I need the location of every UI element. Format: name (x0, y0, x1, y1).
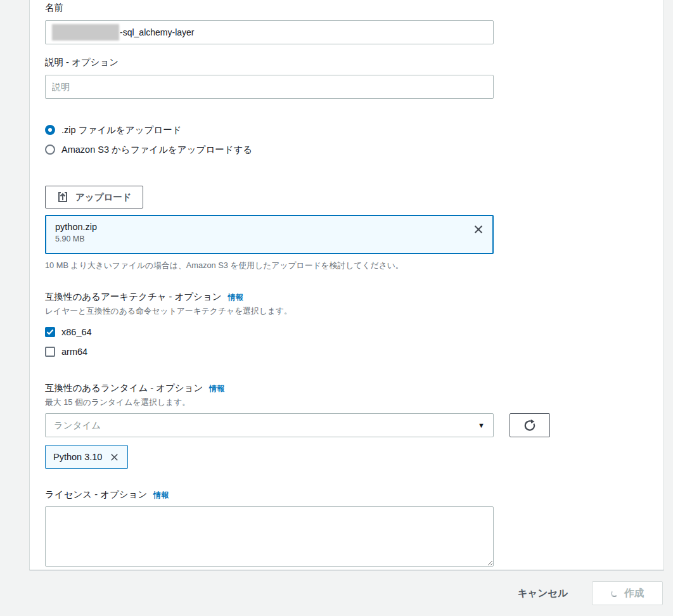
radio-option-s3-upload[interactable]: Amazon S3 からファイルをアップロードする (45, 142, 663, 157)
name-value: -sql_alchemy-layer (120, 27, 194, 37)
file-name: python.zip (55, 222, 484, 232)
radio-unselected-icon[interactable] (45, 144, 55, 155)
architectures-info-link[interactable]: 情報 (228, 292, 243, 303)
checkbox-unchecked-icon[interactable] (45, 347, 55, 357)
runtime-token-label: Python 3.10 (53, 452, 102, 462)
checkbox-option-arm64[interactable]: arm64 (45, 344, 663, 359)
runtime-select-placeholder: ランタイム (54, 420, 101, 432)
description-label: 説明 - オプション (45, 56, 663, 68)
architectures-section: 互換性のあるアーキテクチャ - オプション 情報 レイヤーと互換性のある命令セッ… (45, 291, 663, 359)
redacted-name-prefix (52, 24, 119, 41)
chevron-down-icon: ▼ (478, 421, 485, 429)
runtimes-info-link[interactable]: 情報 (209, 383, 224, 394)
checkbox-checked-icon[interactable] (45, 327, 55, 337)
license-info-link[interactable]: 情報 (153, 490, 169, 501)
name-input[interactable]: -sql_alchemy-layer (45, 20, 494, 44)
form-actions-footer: キャンセル 作成 (0, 570, 673, 616)
upload-source-radio-group: .zip ファイルをアップロード Amazon S3 からファイルをアップロード… (45, 122, 663, 157)
architectures-label: 互換性のあるアーキテクチャ - オプション (45, 291, 222, 303)
checkbox-option-label: arm64 (61, 347, 87, 357)
radio-option-zip-upload[interactable]: .zip ファイルをアップロード (45, 122, 663, 138)
radio-selected-icon[interactable] (45, 125, 55, 135)
architectures-checkbox-group: x86_64 arm64 (45, 324, 663, 359)
cancel-button[interactable]: キャンセル (518, 587, 568, 600)
file-size-hint: 10 MB より大きいファイルの場合は、Amazon S3 を使用したアップロー… (45, 260, 663, 271)
name-label: 名前 (45, 2, 663, 14)
create-layer-form-panel: 名前 -sql_alchemy-layer 説明 - オプション .zip ファ… (29, 0, 664, 570)
file-size: 5.90 MB (55, 234, 484, 243)
radio-option-label: Amazon S3 からファイルをアップロードする (61, 144, 252, 156)
checkbox-option-label: x86_64 (61, 327, 92, 337)
checkbox-option-x86-64[interactable]: x86_64 (45, 324, 663, 340)
runtimes-section: 互換性のあるランタイム - オプション 情報 最大 15 個のランタイムを選択し… (45, 382, 663, 469)
license-section: ライセンス - オプション 情報 (45, 489, 663, 567)
license-textarea[interactable] (45, 506, 494, 567)
runtimes-description: 最大 15 個のランタイムを選択します。 (45, 397, 663, 408)
upload-button-label: アップロード (75, 191, 132, 203)
description-input[interactable] (45, 75, 494, 99)
remove-runtime-icon[interactable] (109, 452, 120, 463)
runtimes-label: 互換性のあるランタイム - オプション (45, 382, 203, 394)
create-button[interactable]: 作成 (592, 581, 663, 605)
loading-spinner-icon (611, 590, 618, 597)
architectures-description: レイヤーと互換性のある命令セットアーキテクチャを選択します。 (45, 306, 663, 317)
radio-option-label: .zip ファイルをアップロード (61, 124, 182, 136)
upload-icon (56, 191, 69, 203)
license-label: ライセンス - オプション (45, 489, 147, 501)
runtime-token-python310[interactable]: Python 3.10 (45, 445, 128, 469)
runtime-select[interactable]: ランタイム ▼ (45, 413, 494, 437)
selected-file-box: python.zip 5.90 MB (45, 215, 494, 254)
refresh-icon (523, 418, 537, 432)
remove-file-icon[interactable] (472, 223, 485, 236)
create-button-label: 作成 (624, 587, 644, 600)
upload-button[interactable]: アップロード (45, 186, 143, 209)
refresh-runtimes-button[interactable] (510, 413, 550, 437)
